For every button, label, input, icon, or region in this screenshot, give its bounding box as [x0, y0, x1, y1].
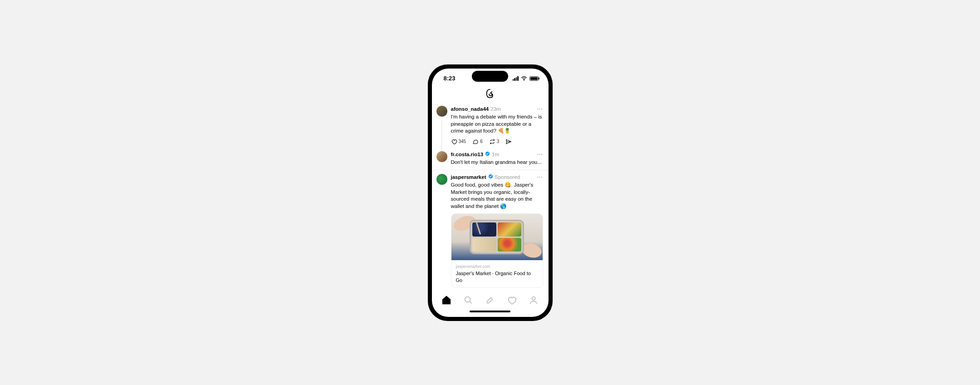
sponsored-label: Sponsored — [495, 174, 520, 181]
status-time: 8:23 — [444, 75, 456, 82]
post-sponsored[interactable]: jaspersmarket Sponsored ··· Good food, g… — [432, 170, 549, 291]
post-text: Don't let my Italian grandma hear you... — [451, 159, 543, 166]
post-text: Good food, good vibes 😋. Jasper's Market… — [451, 182, 543, 210]
dynamic-island — [472, 71, 508, 82]
wifi-icon — [521, 76, 527, 81]
post-actions: 345 6 3 — [451, 138, 543, 145]
post[interactable]: afonso_nada44 23m ··· I'm having a debat… — [432, 102, 549, 148]
repost-button[interactable]: 3 — [489, 138, 500, 145]
link-card[interactable]: jaspersmarket.com Jasper's Market · Orga… — [451, 213, 543, 288]
phone-frame: 8:23 — [428, 64, 553, 321]
feed[interactable]: afonso_nada44 23m ··· I'm having a debat… — [432, 102, 549, 291]
repost-count: 3 — [497, 138, 500, 145]
timestamp: 1m — [492, 151, 499, 158]
tab-compose[interactable] — [485, 295, 495, 307]
post-text: I'm having a debate with my friends – is… — [451, 114, 543, 135]
screen: 8:23 — [432, 69, 549, 317]
avatar[interactable] — [436, 174, 447, 185]
reply-count: 6 — [480, 138, 483, 145]
share-button[interactable] — [505, 138, 512, 145]
tab-profile[interactable] — [529, 295, 539, 307]
cellular-icon — [513, 76, 519, 81]
link-card-title: Jasper's Market · Organic Food to Go — [456, 270, 538, 284]
app-header — [432, 89, 549, 102]
link-card-image — [451, 214, 543, 260]
username[interactable]: afonso_nada44 — [451, 106, 489, 113]
verified-badge-icon — [485, 151, 490, 158]
svg-point-2 — [465, 296, 470, 302]
thread-line — [441, 120, 442, 152]
like-count: 345 — [459, 138, 466, 145]
svg-point-3 — [532, 296, 535, 300]
status-indicators — [513, 76, 539, 81]
username[interactable]: fr.costa.rio13 — [451, 151, 484, 158]
tab-activity[interactable] — [507, 295, 517, 307]
reply-post[interactable]: fr.costa.rio13 1m ··· Don't let my Itali… — [432, 148, 549, 170]
reply-button[interactable]: 6 — [472, 138, 483, 145]
like-button[interactable]: 345 — [451, 138, 466, 145]
link-card-domain: jaspersmarket.com — [456, 264, 538, 269]
username[interactable]: jaspersmarket — [451, 174, 486, 181]
avatar[interactable] — [436, 106, 447, 117]
tab-bar — [432, 291, 549, 311]
tab-home[interactable] — [441, 295, 451, 307]
timestamp: 23m — [490, 106, 500, 113]
home-indicator[interactable] — [432, 311, 549, 317]
avatar[interactable] — [436, 151, 447, 162]
battery-icon — [529, 76, 539, 81]
tab-search[interactable] — [463, 295, 473, 307]
threads-logo-icon — [485, 89, 495, 100]
verified-badge-icon — [488, 174, 493, 181]
